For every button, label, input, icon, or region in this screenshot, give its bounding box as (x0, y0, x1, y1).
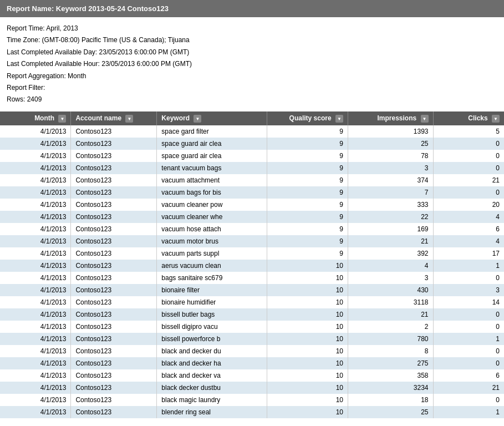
table-cell: Contoso123 (71, 162, 157, 174)
table-cell: Contoso123 (71, 260, 157, 272)
table-cell: Contoso123 (71, 125, 157, 138)
table-cell: 3234 (348, 382, 433, 394)
table-cell: 3 (348, 162, 433, 174)
table-cell: bissell butler bags (157, 308, 267, 321)
table-cell: Contoso123 (71, 211, 157, 223)
table-cell: 4/1/2013 (0, 260, 71, 272)
table-cell: 3 (348, 272, 433, 284)
table-row: 4/1/2013Contoso123black magic laundry101… (0, 394, 504, 406)
table-cell: 21 (433, 382, 504, 394)
clicks-sort-icon[interactable] (492, 115, 500, 123)
table-cell: 4/1/2013 (0, 357, 71, 369)
table-cell: 4 (433, 211, 504, 223)
table-cell: 4/1/2013 (0, 369, 71, 382)
table-cell: 21 (348, 235, 433, 247)
table-cell: 9 (267, 174, 348, 186)
table-cell: 10 (267, 406, 348, 418)
col-header-account[interactable]: Account name (71, 111, 157, 125)
table-cell: 10 (267, 260, 348, 272)
table-cell: 10 (267, 345, 348, 357)
table-cell: Contoso123 (71, 345, 157, 357)
table-cell: vacuum parts suppl (157, 247, 267, 260)
table-cell: vacuum bags for bis (157, 186, 267, 199)
table-cell: 4/1/2013 (0, 272, 71, 284)
meta-aggregation: Report Aggregation: Month (7, 70, 497, 82)
table-cell: 3118 (348, 296, 433, 308)
table-row: 4/1/2013Contoso123bionaire humidifier103… (0, 296, 504, 308)
table-row: 4/1/2013Contoso123bissell digipro vacu10… (0, 321, 504, 333)
table-cell: 0 (433, 138, 504, 150)
table-cell: vacuum motor brus (157, 235, 267, 247)
table-cell: 4/1/2013 (0, 223, 71, 235)
col-header-clicks[interactable]: Clicks (433, 111, 504, 125)
table-cell: Contoso123 (71, 199, 157, 211)
table-body: 4/1/2013Contoso123space gard filter91393… (0, 125, 504, 418)
table-cell: 4/1/2013 (0, 296, 71, 308)
meta-last-day: Last Completed Available Day: 23/05/2013… (7, 47, 497, 58)
table-cell: 4/1/2013 (0, 308, 71, 321)
table-cell: 21 (433, 174, 504, 186)
table-cell: vacuum cleaner pow (157, 199, 267, 211)
table-cell: Contoso123 (71, 394, 157, 406)
table-cell: 9 (267, 186, 348, 199)
table-cell: bags sanitaire sc679 (157, 272, 267, 284)
table-cell: 17 (433, 247, 504, 260)
table-cell: 10 (267, 333, 348, 345)
meta-timezone: Time Zone: (GMT-08:00) Pacific Time (US … (7, 34, 497, 45)
table-cell: aerus vacuum clean (157, 260, 267, 272)
table-cell: 0 (433, 394, 504, 406)
month-sort-icon[interactable] (58, 115, 66, 123)
table-cell: 9 (267, 223, 348, 235)
table-cell: 3 (433, 284, 504, 296)
meta-rows: Rows: 2409 (7, 94, 497, 105)
table-cell: Contoso123 (71, 321, 157, 333)
table-cell: 1 (433, 333, 504, 345)
table-header-row: Month Account name Keyword Quality score… (0, 111, 504, 125)
table-cell: 4/1/2013 (0, 394, 71, 406)
quality-sort-icon[interactable] (335, 115, 343, 123)
table-cell: Contoso123 (71, 308, 157, 321)
col-header-impressions[interactable]: Impressions (348, 111, 433, 125)
table-cell: 20 (433, 199, 504, 211)
table-cell: 4/1/2013 (0, 162, 71, 174)
report-table: Month Account name Keyword Quality score… (0, 111, 504, 418)
table-cell: 9 (267, 211, 348, 223)
col-header-month[interactable]: Month (0, 111, 71, 125)
table-cell: 2 (348, 321, 433, 333)
table-cell: 21 (348, 308, 433, 321)
table-cell: 4 (348, 260, 433, 272)
table-cell: bionaire filter (157, 284, 267, 296)
table-cell: 0 (433, 272, 504, 284)
table-cell: 10 (267, 369, 348, 382)
table-cell: 0 (433, 345, 504, 357)
impressions-sort-icon[interactable] (421, 115, 429, 123)
meta-time: Report Time: April, 2013 (7, 23, 497, 34)
table-cell: Contoso123 (71, 272, 157, 284)
table-cell: bissell digipro vacu (157, 321, 267, 333)
table-cell: Contoso123 (71, 382, 157, 394)
account-sort-icon[interactable] (125, 115, 133, 123)
table-cell: 25 (348, 138, 433, 150)
table-cell: 10 (267, 284, 348, 296)
table-cell: Contoso123 (71, 174, 157, 186)
col-header-quality[interactable]: Quality score (267, 111, 348, 125)
table-cell: 10 (267, 296, 348, 308)
table-cell: vacuum cleaner whe (157, 211, 267, 223)
col-header-keyword[interactable]: Keyword (157, 111, 267, 125)
table-cell: 9 (267, 162, 348, 174)
table-row: 4/1/2013Contoso123space gard filter91393… (0, 125, 504, 138)
table-cell: 22 (348, 211, 433, 223)
table-cell: 10 (267, 357, 348, 369)
table-row: 4/1/2013Contoso123vacuum cleaner whe9224 (0, 211, 504, 223)
table-cell: 0 (433, 186, 504, 199)
table-row: 4/1/2013Contoso123space guard air clea97… (0, 150, 504, 162)
table-cell: 6 (433, 369, 504, 382)
table-cell: black and decker ha (157, 357, 267, 369)
table-cell: 9 (267, 235, 348, 247)
table-cell: 358 (348, 369, 433, 382)
table-cell: 1 (433, 260, 504, 272)
table-cell: 7 (348, 186, 433, 199)
table-cell: 9 (267, 138, 348, 150)
table-cell: Contoso123 (71, 235, 157, 247)
keyword-sort-icon[interactable] (194, 115, 201, 123)
